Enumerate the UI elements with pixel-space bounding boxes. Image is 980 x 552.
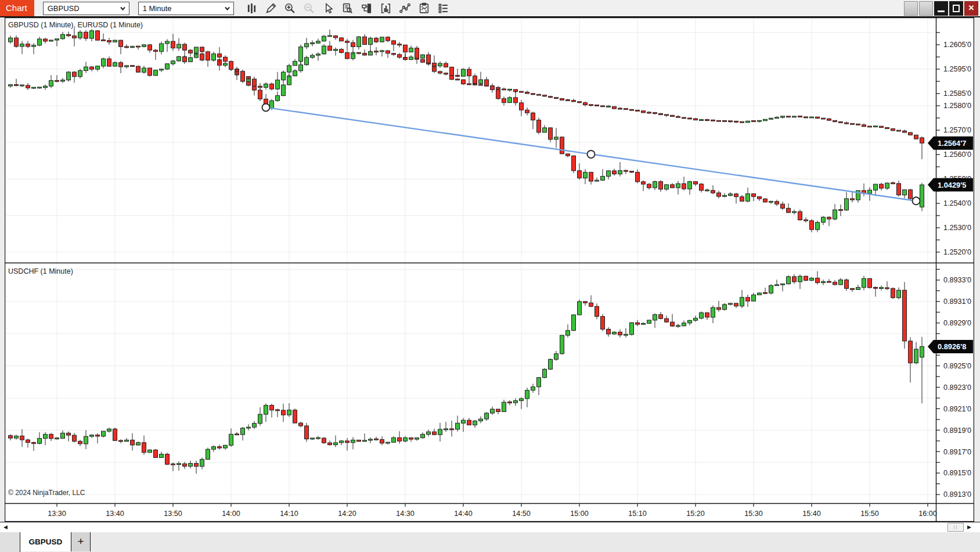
last-price-tag: 0.8926'8 xyxy=(928,340,973,353)
svg-text:13:50: 13:50 xyxy=(164,510,182,518)
draw-pencil-icon[interactable] xyxy=(264,1,279,16)
svg-text:0.8919'0: 0.8919'0 xyxy=(943,426,971,435)
svg-text:1.2564'7: 1.2564'7 xyxy=(938,139,966,148)
chevron-down-icon xyxy=(119,5,127,12)
svg-text:14:20: 14:20 xyxy=(338,510,356,518)
toolbar-icons xyxy=(244,1,455,16)
copyright-text: © 2024 NinjaTrader, LLC xyxy=(8,489,85,497)
svg-text:15:30: 15:30 xyxy=(744,510,763,518)
svg-text:1.2530'0: 1.2530'0 xyxy=(943,224,971,232)
svg-text:0.8933'0: 0.8933'0 xyxy=(943,276,971,284)
window-extra-button-2[interactable] xyxy=(919,1,933,16)
horizontal-scrollbar[interactable]: ◀ ▶ xyxy=(0,522,980,533)
svg-text:13:30: 13:30 xyxy=(48,510,66,518)
svg-text:15:40: 15:40 xyxy=(802,510,821,518)
window-right-border xyxy=(974,17,980,522)
scroll-right-arrow-icon[interactable]: ▶ xyxy=(965,523,974,531)
window-extra-button-1[interactable] xyxy=(904,1,918,16)
svg-text:1.2595'0: 1.2595'0 xyxy=(943,65,971,73)
svg-text:1.2520'0: 1.2520'0 xyxy=(943,248,971,256)
last-price-tag: 1.2564'7 xyxy=(928,137,973,150)
tab-gbpusd[interactable]: GBPUSD xyxy=(20,532,71,551)
chart-window: Chart GBPUSD 1 Minute ✕ 1.2605'01.2595'0… xyxy=(0,0,980,552)
chevron-down-icon xyxy=(224,5,231,12)
add-tab-button[interactable]: + xyxy=(71,532,91,551)
svg-text:15:50: 15:50 xyxy=(860,510,879,518)
window-title: Chart xyxy=(0,0,34,16)
chart-area[interactable]: 1.2605'01.2595'01.2585'01.2580'01.2570'0… xyxy=(5,17,974,522)
svg-text:14:30: 14:30 xyxy=(396,510,415,518)
interval-select-value: 1 Minute xyxy=(143,4,172,13)
last-price-tag: 1.0429'5 xyxy=(928,178,973,192)
svg-text:0.8929'0: 0.8929'0 xyxy=(943,319,971,327)
data-box-icon[interactable] xyxy=(340,1,355,16)
svg-text:14:40: 14:40 xyxy=(454,510,473,518)
maximize-button[interactable] xyxy=(949,1,963,16)
toolbar: Chart GBPUSD 1 Minute ✕ xyxy=(0,0,980,17)
svg-text:0.8926'8: 0.8926'8 xyxy=(938,342,966,351)
drawing-tools-icon[interactable] xyxy=(398,1,413,16)
scroll-left-arrow-icon[interactable]: ◀ xyxy=(1,523,10,531)
instrument-select[interactable]: GBPUSD xyxy=(43,2,129,15)
close-button[interactable]: ✕ xyxy=(964,1,978,16)
svg-text:13:40: 13:40 xyxy=(106,510,124,518)
svg-text:0.8913'0: 0.8913'0 xyxy=(943,490,971,499)
minimize-button[interactable] xyxy=(934,1,948,16)
svg-text:0.8925'0: 0.8925'0 xyxy=(943,362,971,370)
scrollbar-thumb[interactable] xyxy=(947,523,964,532)
maximize-icon xyxy=(953,5,960,12)
svg-text:0.8917'0: 0.8917'0 xyxy=(943,448,971,456)
svg-text:1.2540'0: 1.2540'0 xyxy=(943,199,971,207)
svg-text:0.8921'0: 0.8921'0 xyxy=(943,405,971,413)
svg-text:1.2570'0: 1.2570'0 xyxy=(943,126,971,134)
panels-icon[interactable] xyxy=(359,1,374,16)
svg-text:1.2580'0: 1.2580'0 xyxy=(943,102,971,110)
panel1-series-label: GBPUSD (1 Minute), EURUSD (1 Minute) xyxy=(8,21,143,29)
strategies-icon[interactable] xyxy=(417,1,432,16)
chart-canvas[interactable]: 1.2605'01.2595'01.2585'01.2580'01.2570'0… xyxy=(5,17,974,522)
window-buttons: ✕ xyxy=(903,1,978,16)
svg-text:1.0429'5: 1.0429'5 xyxy=(938,181,966,189)
instrument-select-value: GBPUSD xyxy=(48,4,80,13)
chart-style-icon[interactable] xyxy=(244,1,260,16)
svg-text:14:50: 14:50 xyxy=(512,510,531,518)
svg-text:15:20: 15:20 xyxy=(686,510,705,518)
panel2-series-label: USDCHF (1 Minute) xyxy=(8,267,73,275)
svg-text:14:00: 14:00 xyxy=(222,510,240,518)
cursor-icon[interactable] xyxy=(321,1,336,16)
zoom-in-icon[interactable] xyxy=(283,1,298,16)
svg-text:1.2585'0: 1.2585'0 xyxy=(943,89,971,98)
tab-corner xyxy=(0,532,20,552)
svg-text:1.2560'0: 1.2560'0 xyxy=(943,150,971,159)
minimize-icon xyxy=(938,10,945,12)
window-left-border xyxy=(0,17,5,522)
svg-text:15:00: 15:00 xyxy=(570,510,589,518)
svg-text:0.8915'0: 0.8915'0 xyxy=(943,469,971,477)
svg-text:16:00: 16:00 xyxy=(918,510,937,518)
svg-text:15:10: 15:10 xyxy=(628,510,647,518)
interval-select[interactable]: 1 Minute xyxy=(138,2,234,15)
zoom-out-icon[interactable] xyxy=(302,1,317,16)
svg-text:0.8931'0: 0.8931'0 xyxy=(943,297,971,306)
svg-text:14:10: 14:10 xyxy=(280,510,298,518)
svg-text:0.8923'0: 0.8923'0 xyxy=(943,383,971,392)
indicators-icon[interactable] xyxy=(379,1,394,16)
properties-icon[interactable] xyxy=(436,1,451,16)
svg-text:1.2605'0: 1.2605'0 xyxy=(943,41,971,49)
tab-bar: GBPUSD + xyxy=(0,532,980,552)
